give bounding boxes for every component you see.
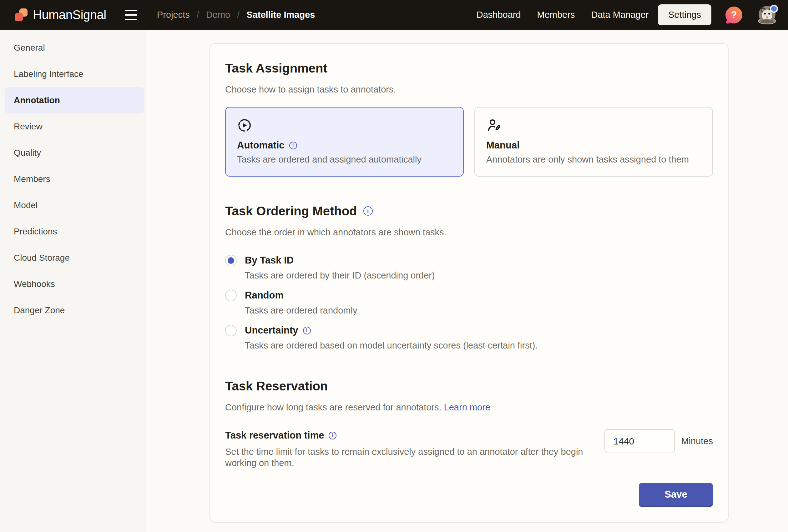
menu-icon[interactable] (125, 10, 137, 20)
sidebar-item-predictions[interactable]: Predictions (0, 219, 146, 245)
brand-name: HumanSignal (33, 8, 106, 22)
info-icon[interactable]: i (363, 206, 373, 216)
sidebar-item-members[interactable]: Members (0, 166, 146, 192)
ordering-option-uncertainty: Uncertainty i Tasks are ordered based on… (225, 324, 713, 351)
reservation-time-input[interactable] (605, 429, 675, 453)
task-reservation-subtitle: Configure how long tasks are reserved fo… (225, 402, 713, 413)
info-icon[interactable]: i (289, 142, 297, 149)
automatic-ordering-icon (237, 118, 452, 133)
reservation-time-description: Set the time limit for tasks to remain e… (225, 446, 594, 469)
reservation-setting-row: Task reservation time i Set the time lim… (225, 429, 713, 469)
main-content: Task Assignment Choose how to assign tas… (146, 30, 788, 532)
avatar-image (758, 18, 776, 24)
radio-description: Tasks are ordered based on model uncerta… (245, 340, 713, 351)
save-row: Save (225, 483, 713, 507)
annotation-settings-panel: Task Assignment Choose how to assign tas… (210, 43, 729, 523)
sidebar-item-webhooks[interactable]: Webhooks (0, 271, 146, 297)
sidebar-item-labeling-interface[interactable]: Labeling Interface (0, 61, 146, 87)
sidebar-item-quality[interactable]: Quality (0, 140, 146, 166)
task-reservation-title: Task Reservation (225, 378, 713, 393)
radio-by-task-id[interactable] (225, 255, 237, 266)
ordering-option-random: Random Tasks are ordered randomly (225, 288, 713, 316)
user-edit-icon (486, 118, 701, 133)
breadcrumb: Projects / Demo / Satellite Images (146, 10, 315, 20)
reservation-unit-label: Minutes (681, 436, 713, 446)
assignment-option-description: Annotators are only shown tasks assigned… (486, 155, 701, 165)
user-avatar[interactable] (758, 6, 776, 24)
task-ordering-options: By Task ID Tasks are ordered by their ID… (225, 253, 713, 351)
info-icon[interactable]: i (329, 432, 336, 439)
breadcrumb-separator: / (237, 10, 239, 20)
reservation-label-block: Task reservation time i Set the time lim… (225, 429, 594, 469)
learn-more-link[interactable]: Learn more (444, 402, 490, 412)
assignment-option-title: Manual (486, 140, 701, 151)
reservation-input-group: Minutes (605, 429, 713, 453)
settings-sidebar: General Labeling Interface Annotation Re… (0, 30, 146, 532)
layout: General Labeling Interface Annotation Re… (0, 30, 788, 532)
assignment-option-title: Automatic i (237, 140, 452, 151)
task-ordering-subtitle: Choose the order in which annotators are… (225, 227, 713, 238)
brand-zone: HumanSignal (0, 0, 146, 30)
nav-data-manager[interactable]: Data Manager (591, 10, 649, 20)
breadcrumb-current-page: Satellite Images (247, 10, 315, 20)
assignment-option-automatic[interactable]: Automatic i Tasks are ordered and assign… (225, 107, 464, 177)
sidebar-item-annotation[interactable]: Annotation (5, 87, 144, 114)
help-bubble-icon: ? (726, 6, 742, 23)
brand[interactable]: HumanSignal (14, 8, 106, 22)
breadcrumb-projects[interactable]: Projects (157, 10, 190, 20)
opossum-avatar-icon (759, 18, 775, 23)
humansignal-logo-icon (14, 8, 28, 22)
radio-label: Uncertainty i (245, 324, 311, 337)
assignment-option-description: Tasks are ordered and assigned automatic… (237, 155, 452, 165)
sidebar-item-general[interactable]: General (0, 35, 146, 61)
top-bar: HumanSignal Projects / Demo / Satellite … (0, 0, 788, 30)
radio-label: By Task ID (245, 253, 294, 267)
radio-label: Random (245, 288, 283, 302)
save-button[interactable]: Save (639, 483, 713, 507)
presence-badge (770, 5, 778, 13)
radio-description: Tasks are ordered by their ID (ascending… (245, 270, 713, 281)
sidebar-item-model[interactable]: Model (0, 192, 146, 219)
radio-random[interactable] (225, 290, 237, 301)
radio-description: Tasks are ordered randomly (245, 305, 713, 316)
task-assignment-title: Task Assignment (225, 61, 713, 76)
task-assignment-options: Automatic i Tasks are ordered and assign… (225, 107, 713, 177)
assignment-option-manual[interactable]: Manual Annotators are only shown tasks a… (474, 107, 713, 177)
breadcrumb-demo[interactable]: Demo (206, 10, 230, 20)
sidebar-item-review[interactable]: Review (0, 114, 146, 140)
radio-uncertainty[interactable] (225, 325, 237, 336)
settings-button[interactable]: Settings (658, 4, 711, 25)
ordering-option-by-task-id: By Task ID Tasks are ordered by their ID… (225, 253, 713, 281)
nav-members[interactable]: Members (537, 10, 575, 20)
app-root: HumanSignal Projects / Demo / Satellite … (0, 0, 788, 532)
sidebar-item-danger-zone[interactable]: Danger Zone (0, 297, 146, 324)
info-icon[interactable]: i (303, 327, 311, 334)
sidebar-item-cloud-storage[interactable]: Cloud Storage (0, 245, 146, 271)
top-nav: Dashboard Members Data Manager Settings … (460, 4, 788, 25)
task-assignment-subtitle: Choose how to assign tasks to annotators… (225, 84, 713, 95)
help-button[interactable]: ? (726, 6, 742, 24)
nav-dashboard[interactable]: Dashboard (476, 10, 521, 20)
task-ordering-title: Task Ordering Method i (225, 204, 713, 219)
reservation-time-label: Task reservation time i (225, 429, 594, 442)
breadcrumb-separator: / (197, 10, 199, 20)
